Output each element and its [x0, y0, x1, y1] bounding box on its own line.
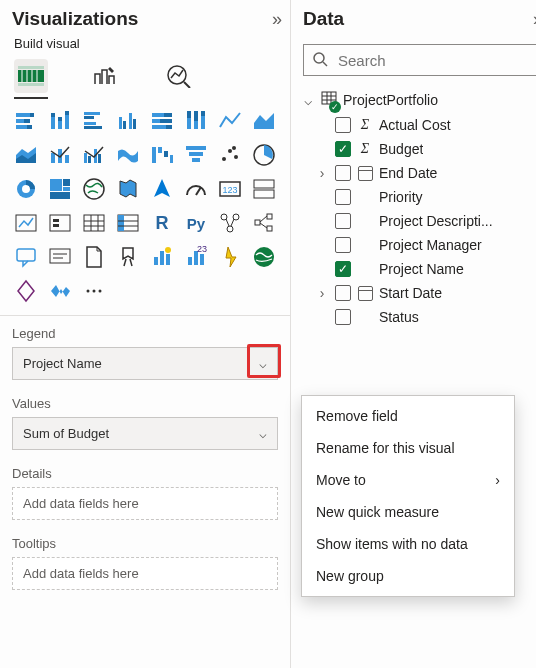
tab-format-visual[interactable] — [88, 59, 122, 93]
arcgis-icon[interactable] — [250, 243, 278, 271]
svg-rect-50 — [164, 151, 168, 157]
donut-chart-icon[interactable] — [12, 175, 40, 203]
field-row[interactable]: Project Descripti... — [297, 209, 536, 233]
field-checkbox[interactable]: ✓ — [335, 141, 351, 157]
collapse-viz-icon[interactable]: » — [272, 9, 278, 30]
menu-item[interactable]: Remove field — [302, 400, 514, 432]
field-checkbox[interactable] — [335, 117, 351, 133]
field-checkbox[interactable] — [335, 309, 351, 325]
menu-item[interactable]: Move to› — [302, 464, 514, 496]
anomaly-icon[interactable] — [216, 243, 244, 271]
field-name: Project Descripti... — [379, 213, 493, 229]
field-row[interactable]: Priority — [297, 185, 536, 209]
power-platform-icon[interactable] — [12, 277, 40, 305]
values-well-section: Values Sum of Budget ⌵ — [0, 386, 290, 456]
menu-item[interactable]: New quick measure — [302, 496, 514, 528]
line-stacked-column-icon[interactable] — [46, 141, 74, 169]
details-well[interactable]: Add data fields here — [12, 487, 278, 520]
tooltips-well[interactable]: Add data fields here — [12, 557, 278, 590]
line-chart-icon[interactable] — [216, 107, 244, 135]
svg-point-111 — [254, 247, 274, 267]
svg-rect-17 — [58, 121, 62, 129]
more-visuals-icon[interactable] — [80, 277, 108, 305]
azure-map-icon[interactable] — [148, 175, 176, 203]
svg-rect-43 — [65, 155, 69, 163]
menu-item-label: Move to — [316, 472, 366, 488]
field-checkbox[interactable] — [335, 237, 351, 253]
sparkline-icon[interactable] — [46, 277, 74, 305]
field-checkbox[interactable] — [335, 165, 351, 181]
stacked-area-chart-icon[interactable] — [12, 141, 40, 169]
expand-icon[interactable]: ⌵ — [301, 92, 315, 108]
power-automate-icon[interactable]: 23 — [182, 243, 210, 271]
paginated-report-icon[interactable] — [80, 243, 108, 271]
hundred-stacked-column-icon[interactable] — [182, 107, 210, 135]
map-icon[interactable] — [80, 175, 108, 203]
field-row[interactable]: ✓Project Name — [297, 257, 536, 281]
menu-item-label: New quick measure — [316, 504, 439, 520]
tab-analytics[interactable] — [162, 59, 196, 93]
field-row[interactable]: Project Manager — [297, 233, 536, 257]
gauge-icon[interactable] — [182, 175, 210, 203]
line-clustered-column-icon[interactable] — [80, 141, 108, 169]
field-row[interactable]: ΣActual Cost — [297, 113, 536, 137]
table-icon[interactable] — [80, 209, 108, 237]
ribbon-chart-icon[interactable] — [114, 141, 142, 169]
expand-icon[interactable]: › — [315, 285, 329, 301]
filled-map-icon[interactable] — [114, 175, 142, 203]
legend-well[interactable]: Project Name ⌵ — [12, 347, 278, 380]
field-checkbox[interactable] — [335, 285, 351, 301]
field-row[interactable]: ›Start Date — [297, 281, 536, 305]
decomposition-tree-icon[interactable] — [250, 209, 278, 237]
fields-tree: ⌵ ✓ ProjectPortfolio ΣActual Cost✓ΣBudge… — [291, 86, 536, 329]
field-row[interactable]: ✓ΣBudget — [297, 137, 536, 161]
stacked-column-chart-icon[interactable] — [46, 107, 74, 135]
field-name: Actual Cost — [379, 117, 451, 133]
menu-item[interactable]: Show items with no data — [302, 528, 514, 560]
stacked-bar-chart-icon[interactable] — [12, 107, 40, 135]
smart-narrative-icon[interactable] — [46, 243, 74, 271]
r-visual-icon[interactable]: R — [148, 209, 176, 237]
clustered-bar-chart-icon[interactable] — [80, 107, 108, 135]
chevron-right-icon: › — [495, 472, 500, 488]
table-node[interactable]: ⌵ ✓ ProjectPortfolio — [297, 86, 536, 113]
chevron-down-icon[interactable]: ⌵ — [259, 356, 267, 371]
area-chart-icon[interactable] — [250, 107, 278, 135]
pie-chart-icon[interactable] — [250, 141, 278, 169]
hundred-stacked-bar-icon[interactable] — [148, 107, 176, 135]
search-input[interactable] — [303, 44, 536, 76]
power-apps-icon[interactable] — [148, 243, 176, 271]
key-influencers-icon[interactable] — [216, 209, 244, 237]
qa-visual-icon[interactable] — [12, 243, 40, 271]
svg-rect-63 — [63, 179, 70, 186]
field-checkbox[interactable]: ✓ — [335, 261, 351, 277]
field-checkbox[interactable] — [335, 189, 351, 205]
search-icon — [312, 51, 328, 70]
tab-build-visual[interactable] — [14, 59, 48, 93]
waterfall-chart-icon[interactable] — [148, 141, 176, 169]
values-well[interactable]: Sum of Budget ⌵ — [12, 417, 278, 450]
menu-item[interactable]: New group — [302, 560, 514, 592]
field-checkbox[interactable] — [335, 213, 351, 229]
scatter-chart-icon[interactable] — [216, 141, 244, 169]
sigma-icon: Σ — [357, 117, 373, 133]
svg-rect-40 — [201, 111, 205, 116]
treemap-icon[interactable] — [46, 175, 74, 203]
goals-icon[interactable] — [114, 243, 142, 271]
slicer-icon[interactable] — [46, 209, 74, 237]
menu-item[interactable]: Rename for this visual — [302, 432, 514, 464]
python-visual-icon[interactable]: Py — [182, 209, 210, 237]
chevron-down-icon[interactable]: ⌵ — [259, 426, 267, 441]
menu-item-label: Rename for this visual — [316, 440, 455, 456]
kpi-icon[interactable] — [12, 209, 40, 237]
expand-icon[interactable]: › — [315, 165, 329, 181]
multi-row-card-icon[interactable] — [250, 175, 278, 203]
matrix-icon[interactable] — [114, 209, 142, 237]
search-field[interactable] — [336, 51, 530, 70]
funnel-chart-icon[interactable] — [182, 141, 210, 169]
clustered-column-chart-icon[interactable] — [114, 107, 142, 135]
field-row[interactable]: Status — [297, 305, 536, 329]
card-icon[interactable]: 123 — [216, 175, 244, 203]
field-row[interactable]: ›End Date — [297, 161, 536, 185]
search-wrap — [291, 34, 536, 86]
